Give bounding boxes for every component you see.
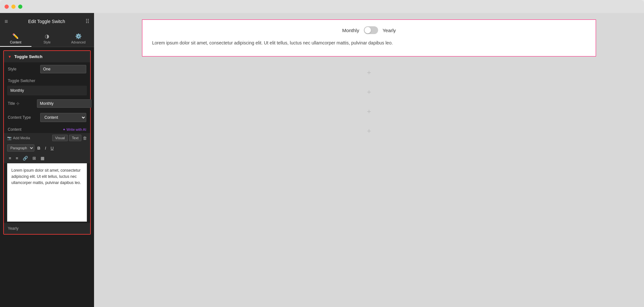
advanced-icon: ⚙️ — [75, 33, 82, 39]
paragraph-select[interactable]: Paragraph — [7, 144, 34, 152]
delete-content-button[interactable]: 🗑 — [83, 136, 87, 141]
add-section-button-2[interactable]: + — [364, 87, 374, 97]
maximize-button[interactable] — [18, 5, 22, 9]
media-tabs: Visual Text 🗑 — [52, 135, 87, 141]
italic-button[interactable]: I — [43, 145, 48, 152]
window-chrome — [0, 0, 644, 13]
tab-content[interactable]: ✏️ Content — [0, 30, 31, 47]
title-field-row: Title ⊹ — [4, 97, 90, 110]
tab-style[interactable]: ◑ Style — [31, 30, 63, 47]
hamburger-icon[interactable]: ≡ — [5, 18, 8, 25]
minimize-button[interactable] — [11, 5, 16, 9]
title-link-icon: ⊹ — [16, 101, 19, 106]
widget-preview: Monthly Yearly Lorem ipsum dolor sit ame… — [142, 19, 596, 56]
title-input[interactable] — [37, 99, 91, 108]
tab-style-label: Style — [43, 41, 51, 44]
style-label: Style — [8, 67, 40, 71]
special-button[interactable]: ⊞ — [31, 155, 38, 162]
section-header[interactable]: ▼ Toggle Switch — [4, 51, 90, 62]
main-canvas: Monthly Yearly Lorem ipsum dolor sit ame… — [94, 13, 644, 307]
tab-advanced[interactable]: ⚙️ Advanced — [63, 30, 94, 47]
style-select[interactable]: One — [40, 65, 86, 73]
editor-toolbar-row1: Paragraph B I U — [4, 143, 90, 153]
add-section-button-3[interactable]: + — [364, 107, 374, 117]
editor-toolbar-row2: ≡ ≡ 🔗 ⊞ ▦ — [4, 153, 90, 163]
toggle-monthly-label: Monthly — [342, 28, 359, 33]
add-section-row-3: + — [142, 102, 596, 121]
content-icon: ✏️ — [12, 33, 19, 39]
add-media-bar: 📷 Add Media Visual Text 🗑 — [4, 133, 90, 143]
sidebar-tabs: ✏️ Content ◑ Style ⚙️ Advanced — [0, 30, 94, 47]
visual-tab-button[interactable]: Visual — [52, 135, 68, 141]
style-control: One — [40, 65, 86, 73]
underline-button[interactable]: U — [49, 145, 55, 152]
section-arrow-icon: ▼ — [8, 55, 12, 59]
monthly-switcher-item[interactable]: Monthly — [7, 86, 87, 95]
sidebar-content: ▼ Toggle Switch Style One Toggle Switche… — [0, 47, 94, 307]
add-section-row-2: + — [142, 82, 596, 102]
toggle-switch-section: ▼ Toggle Switch Style One Toggle Switche… — [3, 50, 91, 235]
close-button[interactable] — [5, 5, 9, 9]
style-field-row: Style One — [4, 62, 90, 76]
section-title: Toggle Switch — [14, 54, 42, 59]
add-media-button[interactable]: 📷 Add Media — [7, 136, 30, 140]
add-media-icon: 📷 — [7, 136, 12, 140]
style-icon: ◑ — [45, 33, 49, 39]
add-section-row-4: + — [142, 121, 596, 141]
yearly-section[interactable]: Yearly — [4, 223, 90, 234]
content-label: Content — [8, 127, 21, 132]
toggle-switcher-label: Toggle Switcher — [4, 76, 90, 84]
link-button[interactable]: 🔗 — [21, 155, 30, 162]
text-tab-button[interactable]: Text — [69, 135, 81, 141]
widget-toggle-row: Monthly Yearly — [152, 26, 586, 34]
sidebar: ≡ Edit Toggle Switch ⠿ ✏️ Content ◑ Styl… — [0, 13, 94, 307]
toggle-yearly-label: Yearly — [383, 28, 396, 33]
add-section-row-1: + — [142, 63, 596, 82]
tab-advanced-label: Advanced — [71, 41, 85, 44]
add-section-button-1[interactable]: + — [364, 68, 374, 78]
app-body: ≡ Edit Toggle Switch ⠿ ✏️ Content ◑ Styl… — [0, 13, 644, 307]
content-type-select[interactable]: Content — [40, 113, 86, 122]
write-with-ai-button[interactable]: ✦ Write with AI — [63, 128, 86, 132]
table-button[interactable]: ▦ — [39, 155, 46, 162]
editor-area[interactable]: Lorem ipsum dolor sit amet, consectetur … — [7, 163, 87, 222]
sidebar-title: Edit Toggle Switch — [28, 19, 65, 24]
content-type-row: Content Type Content — [4, 110, 90, 125]
align-left-button[interactable]: ≡ — [7, 155, 13, 162]
add-section-button-4[interactable]: + — [364, 126, 374, 136]
content-label-row: Content ✦ Write with AI — [4, 125, 90, 133]
align-right-button[interactable]: ≡ — [14, 155, 20, 162]
content-type-label: Content Type — [8, 115, 40, 120]
grid-icon[interactable]: ⠿ — [85, 18, 89, 25]
sidebar-header: ≡ Edit Toggle Switch ⠿ — [0, 13, 94, 30]
widget-content-text: Lorem ipsum dolor sit amet, consectetur … — [152, 39, 586, 46]
tab-content-label: Content — [10, 41, 21, 44]
toggle-switch-control[interactable] — [364, 26, 378, 34]
title-label: Title ⊹ — [8, 101, 37, 106]
bold-button[interactable]: B — [36, 145, 42, 152]
